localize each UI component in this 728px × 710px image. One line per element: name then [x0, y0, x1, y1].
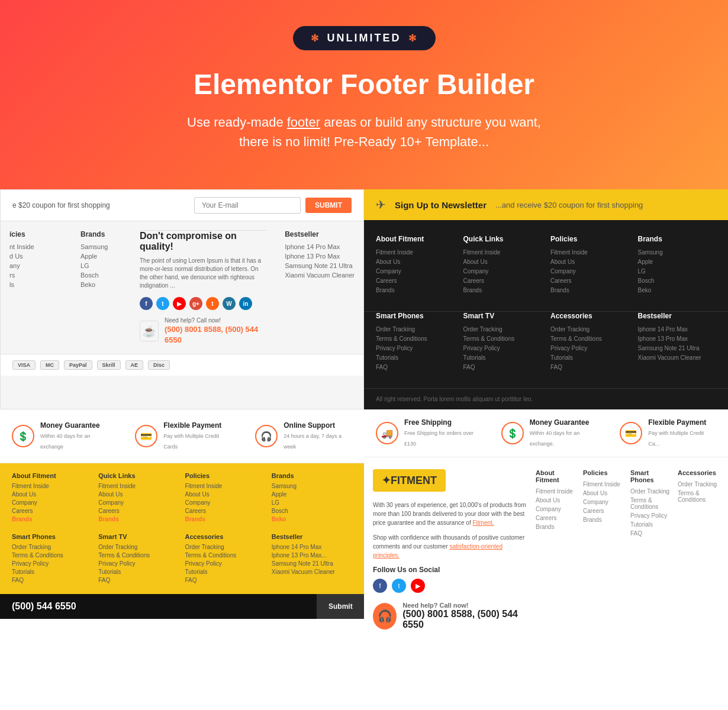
newsletter-sub: ...and receive $20 coupon for first shop… — [495, 201, 643, 209]
email-input-area: SUBMIT — [194, 197, 352, 214]
star-right: ✻ — [408, 33, 418, 44]
brand-column: ✦FITMENT With 30 years of experience, ge… — [373, 469, 527, 630]
help-section: ☕ Need help? Call now! (500) 8001 8588, … — [140, 317, 267, 345]
newsletter-bar-light: e $20 coupon for first shopping SUBMIT — [1, 190, 363, 221]
flexible-payment-title: Flexible Payment — [163, 421, 231, 430]
online-support-text: Online Support 24 hours a day, 7 days a … — [284, 421, 352, 451]
twitter-icon[interactable]: t — [156, 297, 169, 310]
online-support-sub: 24 hours a day, 7 days a week — [284, 433, 342, 450]
unlimited-badge: ✻ UNLIMITED ✻ — [293, 26, 436, 50]
ycol-smarttv: Smart TV Order Tracking Terms & Conditio… — [98, 533, 179, 585]
dark-col-quicklinks: Quick Links Fitment Inside About Us Comp… — [463, 235, 542, 296]
hero-subtitle: Use ready-made footer areas or build any… — [187, 112, 541, 151]
brand-description2: Shop with confidence with thousands of p… — [373, 533, 527, 560]
help-label: Need help? Call now! — [165, 317, 267, 324]
rcol-accessories: Accessories Order Tracking Terms & Condi… — [678, 469, 719, 630]
brand-description: With 30 years of experience, get 10,000'… — [373, 501, 527, 527]
linkedin-icon[interactable]: in — [239, 297, 252, 310]
googleplus-icon[interactable]: g+ — [189, 297, 202, 310]
ycol-quicklinks: Quick Links Fitment Inside About Us Comp… — [98, 472, 179, 524]
fb-icon[interactable]: f — [373, 579, 387, 593]
dark-col-smarttv: Smart TV Order Tracking Terms & Conditio… — [463, 312, 542, 373]
money-guarantee-right-title: Money Guarantee — [530, 418, 605, 427]
flexible-payment-right-icon: 💳 — [620, 422, 642, 444]
yellow-footer: About Fitment Fitment Inside About Us Co… — [0, 463, 364, 594]
yt-icon[interactable]: ▶ — [411, 579, 425, 593]
tumblr-icon[interactable]: t — [206, 297, 219, 310]
help-text: Need help? Call now! (500) 8001 8588, (5… — [165, 317, 267, 345]
youtube-icon[interactable]: ▶ — [173, 297, 186, 310]
social-row: f t ▶ — [373, 579, 527, 593]
badge-text: UNLIMITED — [327, 32, 401, 44]
right-brand-section: ✦FITMENT With 30 years of experience, ge… — [364, 457, 728, 642]
tw-icon[interactable]: t — [392, 579, 406, 593]
submit-button-bottom[interactable]: Submit — [317, 594, 364, 619]
ycol-bestseller: Bestseller Iphone 14 Pro Max Iphone 13 P… — [272, 533, 352, 585]
yellow-footer-grid-top: About Fitment Fitment Inside About Us Co… — [12, 472, 352, 524]
online-support-title: Online Support — [284, 421, 352, 430]
fitment-link[interactable]: Fitment. — [472, 519, 494, 526]
dark-copyright: All right reserved. Porta lorem mollis a… — [364, 388, 728, 409]
star-left: ✻ — [311, 33, 320, 44]
submit-button[interactable]: SUBMIT — [305, 198, 352, 213]
panel-top-right: ✈ Sign Up to Newsletter ...and receive $… — [364, 189, 728, 409]
dark-col-accessories: Accessories Order Tracking Terms & Condi… — [550, 312, 629, 373]
rcol-accessories-title: Accessories — [678, 469, 719, 476]
dark-col-smartphones: Smart Phones Order Tracking Terms & Cond… — [376, 312, 455, 373]
skrill-card: Skrill — [97, 360, 121, 370]
phone-number: (500) 8001 8588, (500) 544 6550 — [165, 325, 258, 344]
free-shipping-icon: 🚚 — [376, 422, 398, 444]
phone-display: (500) 544 6550 — [0, 594, 317, 619]
flexible-payment-sub: Pay with Multiple Credit Cards — [163, 433, 219, 450]
rcol-about-title: About Fitment — [536, 469, 577, 483]
support-text: Need help? Call now! (500) 8001 8588, (5… — [402, 602, 527, 630]
flexible-payment-icon: 💳 — [135, 425, 157, 447]
money-guarantee-right-icon: 💲 — [501, 422, 524, 444]
ycol-brands: Brands Samsung Apple LG Bosch Beko — [272, 472, 352, 524]
disc-card: Disc — [148, 360, 170, 370]
flexible-payment-text: Flexible Payment Pay with Multiple Credi… — [163, 421, 231, 451]
newsletter-title: Sign Up to Newsletter — [395, 200, 487, 210]
dark-col-about: About Fitment Fitment Inside About Us Co… — [376, 235, 455, 296]
dark-col-brands: Brands Samsung Apple LG Bosch Beko — [638, 235, 717, 296]
newsletter-bar-dark: ✈ Sign Up to Newsletter ...and receive $… — [364, 189, 728, 220]
dont-compromise-text: The point of using Lorem Ipsum is that i… — [140, 257, 267, 290]
bottom-bar-left: (500) 544 6550 Submit — [0, 594, 364, 619]
col1-title: ícies — [9, 230, 63, 238]
headphones-icon: 🎧 — [373, 603, 397, 630]
payment-icons-bar: VISA MC PayPal Skrill AE Disc — [1, 354, 363, 376]
rcol-smartphones: Smart Phones Order Tracking Terms & Cond… — [630, 469, 672, 630]
email-input[interactable] — [194, 197, 301, 214]
col4-title: Bestseller — [285, 230, 355, 238]
rcol-policies: Policies Fitment Inside About Us Company… — [583, 469, 624, 630]
dark-col-bestseller: Bestseller Iphone 14 Pro Max Iphone 13 P… — [638, 312, 717, 373]
facebook-icon[interactable]: f — [140, 297, 153, 310]
dark-footer-grid-bottom: Smart Phones Order Tracking Terms & Cond… — [364, 311, 728, 388]
feature-money-guarantee-right: 💲 Money Guarantee Within 40 days for an … — [501, 418, 605, 448]
wordpress-icon[interactable]: W — [223, 297, 236, 310]
money-guarantee-title: Money Guarantee — [40, 421, 111, 430]
feature-money-guarantee: 💲 Money Guarantee Within 40 days for an … — [12, 421, 111, 451]
money-guarantee-text: Money Guarantee Within 40 days for an ex… — [40, 421, 111, 451]
social-icons-row: f t ▶ g+ t W in — [140, 297, 267, 310]
help-icon: ☕ — [140, 321, 159, 341]
features-bar-left: 💲 Money Guarantee Within 40 days for an … — [0, 409, 364, 463]
panel-top-left: e $20 coupon for first shopping SUBMIT í… — [0, 189, 364, 409]
panel-bottom-left: 💲 Money Guarantee Within 40 days for an … — [0, 409, 364, 642]
coupon-text: e $20 coupon for first shopping — [12, 201, 110, 209]
free-shipping-sub: Free Shipping for orders over £130 — [404, 430, 473, 447]
free-shipping-text: Free Shipping Free Shipping for orders o… — [404, 418, 487, 448]
feature-flexible-payment: 💳 Flexible Payment Pay with Multiple Cre… — [135, 421, 231, 451]
money-guarantee-sub: Within 40 days for an exchange — [40, 433, 91, 450]
dark-col-policies: Policies Fitment Inside About Us Company… — [550, 235, 629, 296]
headphones-support: 🎧 Need help? Call now! (500) 8001 8588, … — [373, 602, 527, 630]
features-bar-right: 🚚 Free Shipping Free Shipping for orders… — [364, 409, 728, 457]
money-guarantee-right-sub: Within 40 days for an exchange. — [530, 430, 580, 447]
flexible-payment-right-text: Flexible Payment Pay with Multiple Credi… — [648, 418, 716, 448]
satisfaction-link[interactable]: satisfaction-oriented principles. — [373, 543, 502, 559]
help-label: Need help? Call now! — [402, 602, 527, 609]
dont-compromise-title: Don't compromise on quality! — [140, 231, 267, 252]
visa-card: VISA — [12, 360, 36, 370]
dont-compromise: Don't compromise on quality! The point o… — [140, 230, 267, 345]
hero-title: Elementor Footer Builder — [194, 68, 534, 101]
